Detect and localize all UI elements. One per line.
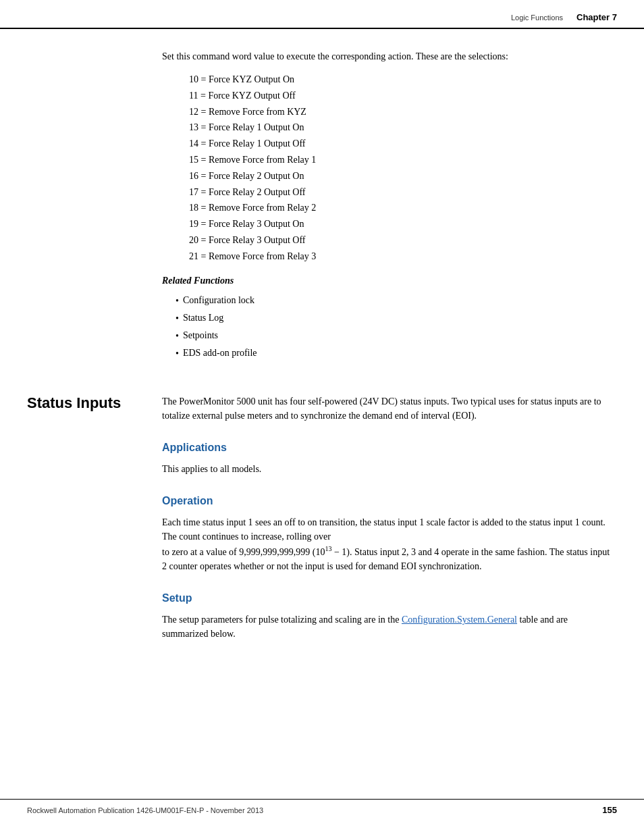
- related-functions-item: Setpoints: [176, 327, 610, 344]
- setup-section: Setup The setup parameters for pulse tot…: [162, 592, 610, 641]
- applications-text: This applies to all models.: [162, 462, 610, 476]
- page-container: Logic Functions Chapter 7 Set this comma…: [0, 0, 644, 834]
- command-list-item: 10 = Force KYZ Output On: [189, 72, 610, 88]
- command-list-item: 18 = Remove Force from Relay 2: [189, 200, 610, 216]
- command-list-item: 17 = Force Relay 2 Output Off: [189, 184, 610, 201]
- command-list: 10 = Force KYZ Output On11 = Force KYZ O…: [189, 72, 610, 265]
- operation-text-part2: to zero at a value of 9,999,999,999,999 …: [162, 547, 325, 557]
- applications-section: Applications This applies to all models.: [162, 442, 610, 476]
- related-functions-block: Related Functions Configuration lockStat…: [162, 276, 610, 363]
- config-link[interactable]: Configuration.System.General: [402, 615, 517, 625]
- footer-publication: Rockwell Automation Publication 1426-UM0…: [27, 806, 263, 814]
- status-inputs-left: Status Inputs: [0, 394, 155, 660]
- command-list-item: 20 = Force Relay 3 Output Off: [189, 232, 610, 249]
- command-list-item: 13 = Force Relay 1 Output On: [189, 120, 610, 136]
- operation-text: Each time status input 1 sees an off to …: [162, 515, 610, 573]
- command-list-item: 14 = Force Relay 1 Output Off: [189, 136, 610, 152]
- applications-heading: Applications: [162, 442, 610, 454]
- top-right-column: Set this command word value to execute t…: [155, 49, 644, 381]
- operation-section: Operation Each time status input 1 sees …: [162, 495, 610, 573]
- status-inputs-right: The PowerMonitor 5000 unit has four self…: [155, 394, 644, 660]
- header-chapter: Chapter 7: [576, 12, 617, 22]
- related-functions-item: EDS add-on profile: [176, 344, 610, 362]
- status-inputs-section: Status Inputs The PowerMonitor 5000 unit…: [0, 381, 644, 660]
- status-inputs-heading: Status Inputs: [27, 394, 149, 412]
- page-footer: Rockwell Automation Publication 1426-UM0…: [0, 799, 644, 820]
- command-list-item: 19 = Force Relay 3 Output On: [189, 216, 610, 232]
- top-content-area: Set this command word value to execute t…: [0, 29, 644, 381]
- related-functions-item: Configuration lock: [176, 292, 610, 309]
- related-functions-list: Configuration lockStatus LogSetpointsEDS…: [176, 292, 610, 363]
- operation-heading: Operation: [162, 495, 610, 507]
- status-inputs-intro: The PowerMonitor 5000 unit has four self…: [162, 394, 610, 423]
- related-functions-item: Status Log: [176, 309, 610, 327]
- operation-superscript: 13: [325, 545, 331, 552]
- footer-page-number: 155: [602, 805, 617, 815]
- intro-block: Set this command word value to execute t…: [162, 49, 610, 362]
- top-left-column: [0, 49, 155, 381]
- setup-text: The setup parameters for pulse totalizin…: [162, 613, 610, 641]
- command-list-item: 21 = Remove Force from Relay 3: [189, 249, 610, 265]
- operation-text-part1: Each time status input 1 sees an off to …: [162, 517, 606, 542]
- intro-paragraph: Set this command word value to execute t…: [162, 49, 610, 63]
- command-list-item: 16 = Force Relay 2 Output On: [189, 168, 610, 184]
- command-list-item: 12 = Remove Force from KYZ: [189, 104, 610, 120]
- setup-heading: Setup: [162, 592, 610, 604]
- command-list-item: 15 = Remove Force from Relay 1: [189, 152, 610, 168]
- command-list-item: 11 = Force KYZ Output Off: [189, 88, 610, 104]
- setup-text-part1: The setup parameters for pulse totalizin…: [162, 615, 402, 625]
- header-right: Logic Functions Chapter 7: [511, 12, 617, 22]
- header-section-title: Logic Functions: [511, 14, 563, 22]
- related-functions-label: Related Functions: [162, 276, 610, 286]
- page-header: Logic Functions Chapter 7: [0, 0, 644, 29]
